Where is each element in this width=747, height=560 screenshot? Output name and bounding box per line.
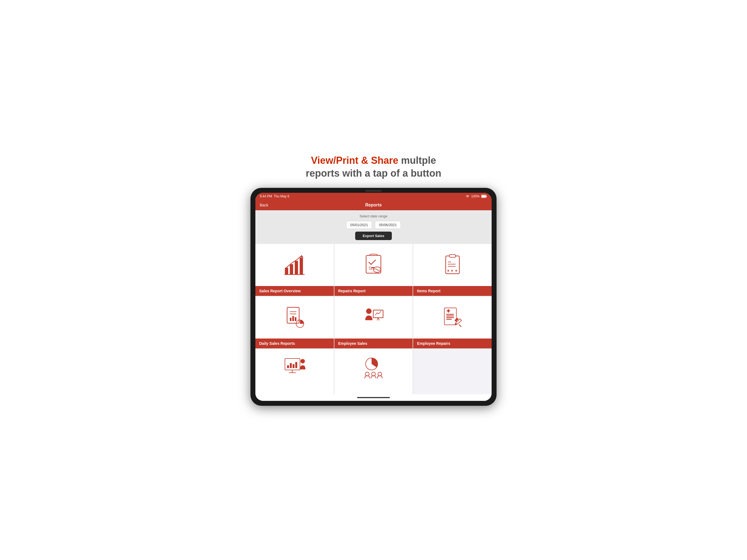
report-label-employee-sales: Employee Sales xyxy=(334,338,413,348)
title-highlight: View/Print & Share xyxy=(311,155,398,166)
report-cell-items-report[interactable]: ★ ★ ★ Items Report xyxy=(413,244,492,296)
svg-rect-28 xyxy=(446,315,454,316)
report-icon-area xyxy=(356,297,391,338)
svg-rect-39 xyxy=(295,362,297,368)
report-cell-sales-report-overview[interactable]: Sales Report Overview xyxy=(255,244,334,296)
invoice-pen-icon xyxy=(440,305,465,330)
battery-icon xyxy=(481,195,487,198)
svg-point-42 xyxy=(371,372,376,376)
report-icon-area xyxy=(277,297,312,338)
report-icon-area xyxy=(277,244,312,286)
filter-label: Select date range xyxy=(360,214,387,218)
report-label-employee-repairs: Employee Repairs xyxy=(413,338,492,348)
svg-rect-21 xyxy=(373,310,383,318)
chart-up-icon xyxy=(282,253,307,277)
document-chart-icon xyxy=(282,305,307,330)
svg-rect-37 xyxy=(290,363,292,368)
svg-rect-36 xyxy=(287,365,289,368)
svg-rect-1 xyxy=(482,196,486,198)
tablet-screen: 9:44 PM Thu May 6 100% Back Reports xyxy=(255,193,492,401)
svg-point-43 xyxy=(378,372,382,376)
svg-rect-17 xyxy=(292,316,294,321)
report-icon-area xyxy=(356,349,391,384)
svg-text:★ ★ ★: ★ ★ ★ xyxy=(447,269,458,273)
svg-rect-13 xyxy=(449,255,456,257)
status-bar: 9:44 PM Thu May 6 100% xyxy=(255,193,492,200)
svg-rect-5 xyxy=(295,261,298,275)
svg-rect-3 xyxy=(285,268,288,275)
report-cell-group-report[interactable]: Placeholder xyxy=(334,349,413,394)
svg-rect-18 xyxy=(295,317,297,321)
report-label-sales-report-overview: Sales Report Overview xyxy=(255,286,334,296)
home-indicator xyxy=(357,397,390,398)
report-icon-area: ★ ★ ★ xyxy=(435,244,470,286)
bottom-bar xyxy=(255,394,492,401)
svg-line-23 xyxy=(378,318,379,321)
export-sales-button[interactable]: Export Sales xyxy=(355,232,392,240)
battery-percent: 100% xyxy=(471,195,480,198)
svg-rect-4 xyxy=(290,264,293,275)
date-inputs: 05/01/2021 05/06/2021 xyxy=(346,221,401,229)
status-time-date: 9:44 PM Thu May 6 xyxy=(260,195,289,198)
wifi-icon xyxy=(466,195,469,198)
report-icon-area xyxy=(356,244,391,286)
report-grid: Sales Report Overview Repa xyxy=(255,244,492,394)
report-icon-area xyxy=(435,297,470,338)
svg-rect-6 xyxy=(300,258,303,275)
status-right: 100% xyxy=(466,195,487,198)
page-title: View/Print & Share multple reports with … xyxy=(306,154,441,180)
back-button[interactable]: Back xyxy=(260,203,317,207)
filter-bar: Select date range 05/01/2021 05/06/2021 … xyxy=(255,210,492,244)
nav-title: Reports xyxy=(317,203,430,207)
svg-rect-26 xyxy=(447,310,450,311)
clipboard-stars-icon: ★ ★ ★ xyxy=(440,253,465,277)
start-date-input[interactable]: 05/01/2021 xyxy=(346,221,372,229)
report-cell-employee-sales[interactable]: Employee Sales xyxy=(334,297,413,348)
svg-point-20 xyxy=(366,308,371,314)
svg-rect-32 xyxy=(285,358,300,370)
svg-rect-2 xyxy=(486,196,487,197)
report-cell-repairs-report[interactable]: Repairs Report xyxy=(334,244,413,296)
report-label-daily-sales-reports: Daily Sales Reports xyxy=(255,338,334,348)
svg-rect-30 xyxy=(446,319,452,320)
person-presentation-icon xyxy=(361,305,386,330)
clipboard-check-icon xyxy=(361,253,386,277)
svg-line-22 xyxy=(377,318,378,321)
report-label-items-report: Items Report xyxy=(413,286,492,296)
svg-point-35 xyxy=(301,359,305,363)
end-date-input[interactable]: 05/06/2021 xyxy=(375,221,401,229)
nav-bar: Back Reports xyxy=(255,200,492,210)
svg-rect-16 xyxy=(290,318,291,321)
person-chart-icon xyxy=(282,354,307,379)
svg-rect-29 xyxy=(446,317,454,318)
report-cell-staff-report[interactable]: Placeholder xyxy=(255,349,334,394)
svg-point-41 xyxy=(365,372,369,376)
report-cell-daily-sales-reports[interactable]: Daily Sales Reports xyxy=(255,297,334,348)
report-icon-area xyxy=(277,349,312,384)
report-label-repairs-report: Repairs Report xyxy=(334,286,413,296)
svg-rect-38 xyxy=(292,364,294,368)
report-cell-employee-repairs[interactable]: Employee Repairs xyxy=(413,297,492,348)
svg-rect-27 xyxy=(446,314,454,315)
group-pie-icon xyxy=(361,354,386,379)
tablet-frame: 9:44 PM Thu May 6 100% Back Reports xyxy=(251,188,496,406)
report-cell-empty xyxy=(413,349,492,394)
